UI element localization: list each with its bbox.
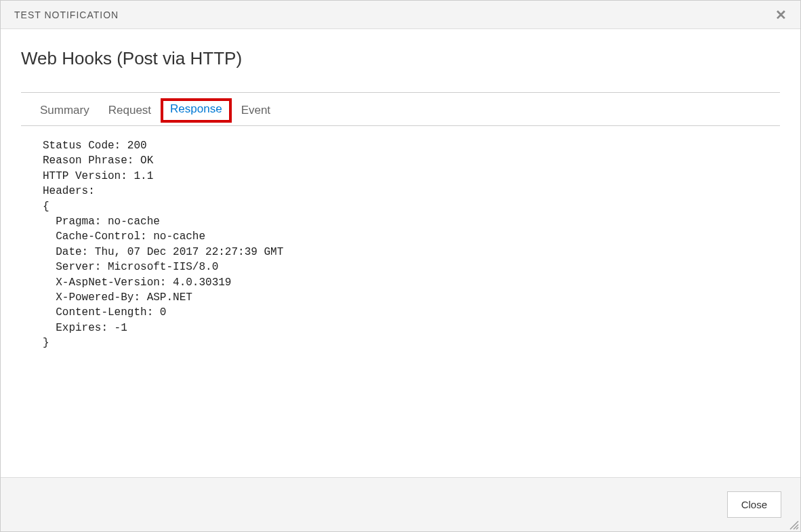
tab-response-highlight: Response: [161, 98, 232, 123]
tab-response[interactable]: Response: [170, 101, 222, 117]
close-icon[interactable]: ✕: [770, 4, 792, 26]
dialog-title-bar: TEST NOTIFICATION ✕: [1, 1, 800, 29]
page-title: Web Hooks (Post via HTTP): [21, 48, 780, 69]
dialog-title: TEST NOTIFICATION: [14, 9, 119, 20]
dialog-content: Web Hooks (Post via HTTP) Summary Reques…: [1, 29, 800, 477]
resize-grip-icon[interactable]: [788, 519, 799, 530]
svg-line-2: [796, 527, 798, 529]
response-body: Status Code: 200 Reason Phrase: OK HTTP …: [21, 126, 780, 470]
test-notification-dialog: TEST NOTIFICATION ✕ Web Hooks (Post via …: [0, 0, 801, 532]
dialog-footer: Close: [1, 477, 800, 531]
close-button[interactable]: Close: [727, 491, 781, 518]
tab-bar: Summary Request Response Event: [21, 93, 780, 126]
tab-request[interactable]: Request: [108, 102, 151, 119]
tab-event[interactable]: Event: [241, 102, 270, 119]
tab-summary[interactable]: Summary: [40, 102, 89, 119]
